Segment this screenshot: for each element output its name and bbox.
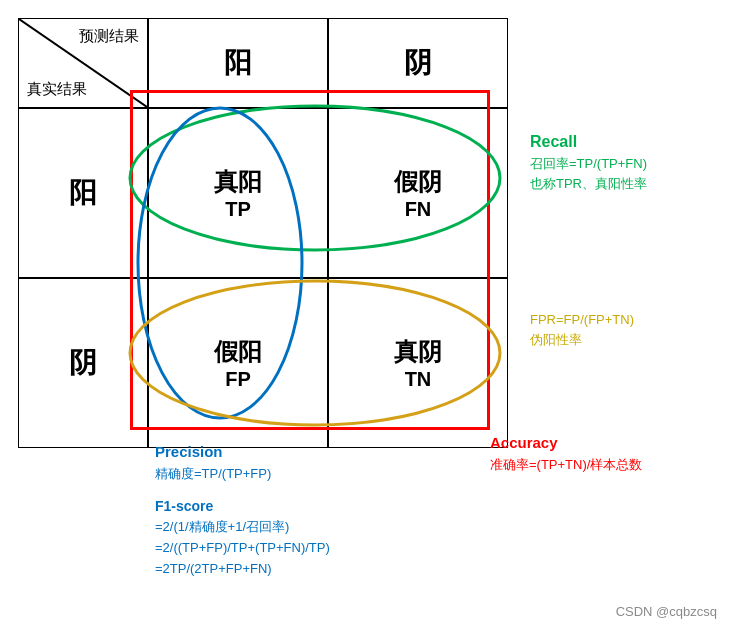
annotation-precision: Precision 精确度=TP/(TP+FP) [155,440,271,485]
cell-fn-abbr: FN [405,198,432,221]
cell-fn: 假阴 FN [328,108,508,278]
fpr-note: 伪阳性率 [530,330,634,350]
matrix-row-1: 阳 真阳 TP 假阴 FN [18,108,508,278]
watermark: CSDN @cqbzcsq [616,604,717,619]
matrix-row-2: 阴 假阳 FP 真阴 TN [18,278,508,448]
cell-tp-main: 真阳 [214,166,262,198]
fpr-formula: FPR=FP/(FP+TN) [530,310,634,330]
recall-formula: 召回率=TP/(TP+FN) [530,154,647,174]
annotation-recall: Recall 召回率=TP/(TP+FN) 也称TPR、真阳性率 [530,130,647,193]
cell-fn-main: 假阴 [394,166,442,198]
recall-note: 也称TPR、真阳性率 [530,174,647,194]
recall-label: Recall [530,130,647,154]
main-container: 预测结果 真实结果 阳 阴 阳 真阳 TP 假阴 FN 阴 [0,0,732,629]
cell-fp: 假阳 FP [148,278,328,448]
header-row: 预测结果 真实结果 阳 阴 [18,18,508,108]
f1-line3: =2TP/(2TP+FP+FN) [155,559,330,580]
f1-line1: =2/(1/精确度+1/召回率) [155,517,330,538]
corner-top-right-label: 预测结果 [79,27,139,46]
f1-line2: =2/((TP+FP)/TP+(TP+FN)/TP) [155,538,330,559]
corner-bottom-left-label: 真实结果 [27,80,87,99]
annotation-fpr: FPR=FP/(FP+TN) 伪阳性率 [530,310,634,349]
body-rows: 阳 真阳 TP 假阴 FN 阴 假阳 FP 真阴 TN [18,108,508,448]
cell-tp: 真阳 TP [148,108,328,278]
cell-tn-abbr: TN [405,368,432,391]
cell-fp-abbr: FP [225,368,251,391]
row-header-1: 阳 [18,108,148,278]
precision-label: Precision [155,440,271,464]
row-header-2: 阴 [18,278,148,448]
annotation-f1: F1-score =2/(1/精确度+1/召回率) =2/((TP+FP)/TP… [155,495,330,580]
header-col1: 阳 [148,18,328,108]
accuracy-label: Accuracy [490,432,642,455]
corner-cell: 预测结果 真实结果 [18,18,148,108]
header-col2: 阴 [328,18,508,108]
cell-tn-main: 真阴 [394,336,442,368]
cell-fp-main: 假阳 [214,336,262,368]
cell-tp-abbr: TP [225,198,251,221]
matrix-area: 预测结果 真实结果 阳 阴 阳 真阳 TP 假阴 FN 阴 [18,18,508,448]
accuracy-formula: 准确率=(TP+TN)/样本总数 [490,455,642,475]
cell-tn: 真阴 TN [328,278,508,448]
f1-label: F1-score [155,495,330,517]
annotation-accuracy: Accuracy 准确率=(TP+TN)/样本总数 [490,432,642,474]
precision-formula: 精确度=TP/(TP+FP) [155,464,271,485]
